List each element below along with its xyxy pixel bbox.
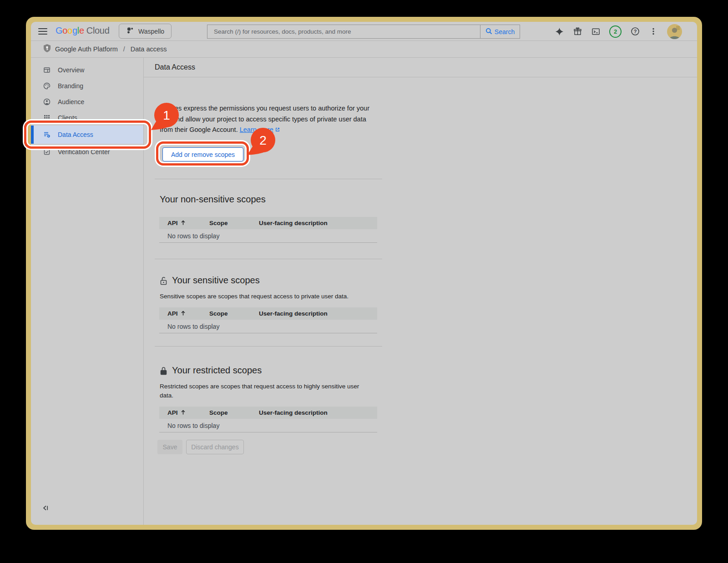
page-header: Data Access <box>144 58 697 77</box>
search-button-label: Search <box>495 28 515 35</box>
search-bar: Search <box>207 25 520 39</box>
top-app-bar: GoogleCloud Waspello Search 2 ? <box>31 22 697 41</box>
non-sensitive-scopes-title: Your non-sensitive scopes <box>160 194 266 205</box>
user-avatar[interactable] <box>667 24 682 39</box>
description-column-header[interactable]: User-facing description <box>259 409 377 416</box>
account-circle-icon <box>43 98 51 106</box>
table-header-row: API Scope User-facing description <box>159 217 377 229</box>
sidebar-item-clients[interactable]: Clients <box>31 110 143 126</box>
page-body: Scopes express the permissions you reque… <box>144 78 697 525</box>
section-divider <box>155 346 382 347</box>
lock-open-icon <box>160 276 168 286</box>
google-cloud-logo[interactable]: GoogleCloud <box>56 25 110 36</box>
sensitive-scopes-description: Sensitive scopes are scopes that request… <box>160 292 374 301</box>
no-rows-text: No rows to display <box>167 232 219 240</box>
header-label: User-facing description <box>259 409 328 416</box>
more-options-icon[interactable] <box>649 27 658 36</box>
sidebar-item-data-access[interactable]: Data Access <box>31 126 143 144</box>
header-label: User-facing description <box>259 220 328 226</box>
sidebar-item-label: Clients <box>58 114 77 121</box>
search-icon <box>485 28 492 36</box>
sidebar-item-verification-center[interactable]: Verification Center <box>31 144 143 160</box>
header-label: Scope <box>209 220 228 226</box>
overview-icon <box>43 66 51 74</box>
sensitive-scopes-title: Your sensitive scopes <box>160 275 260 286</box>
description-column-header[interactable]: User-facing description <box>259 310 377 317</box>
footer-actions: Save Discard changes <box>157 440 244 454</box>
sidebar-item-label: Verification Center <box>58 148 110 156</box>
gift-icon[interactable] <box>573 27 582 36</box>
logo-letter: e <box>79 25 84 35</box>
screenshot-stage: GoogleCloud Waspello Search 2 ? <box>0 0 728 563</box>
scope-column-header[interactable]: Scope <box>209 220 259 226</box>
restricted-scopes-description: Restricted scopes are scopes that reques… <box>160 382 367 400</box>
section-divider <box>155 259 382 259</box>
help-icon[interactable]: ? <box>631 27 640 36</box>
main-content: Data Access Scopes express the permissio… <box>144 58 697 525</box>
breadcrumb-separator: / <box>122 45 126 53</box>
api-column-header[interactable]: API <box>159 220 209 227</box>
header-label: Scope <box>209 310 228 317</box>
lock-icon <box>160 367 168 376</box>
empty-table-row: No rows to display <box>159 229 377 243</box>
project-icon <box>126 26 134 36</box>
sort-ascending-icon <box>181 220 186 227</box>
cloud-shell-icon[interactable] <box>591 27 600 36</box>
hamburger-menu-icon[interactable] <box>38 27 47 36</box>
section-divider <box>155 179 382 179</box>
verification-checkbox-icon <box>43 148 51 156</box>
header-label: Scope <box>209 409 228 416</box>
scope-column-header[interactable]: Scope <box>209 409 259 416</box>
sidebar-item-audience[interactable]: Audience <box>31 94 143 110</box>
svg-text:?: ? <box>634 29 637 34</box>
discard-changes-button[interactable]: Discard changes <box>186 440 244 454</box>
section-title-text: Your sensitive scopes <box>172 275 260 286</box>
gemini-spark-icon[interactable] <box>555 27 564 36</box>
collapse-sidebar-icon[interactable] <box>41 504 50 512</box>
breadcrumb-current: Data access <box>131 45 167 53</box>
table-header-row: API Scope User-facing description <box>159 407 377 419</box>
palette-icon <box>43 82 51 90</box>
sort-ascending-icon <box>181 409 186 417</box>
description-column-header[interactable]: User-facing description <box>259 220 377 226</box>
restricted-scopes-title: Your restricted scopes <box>160 365 262 376</box>
learn-more-link[interactable]: Learn more <box>240 126 280 133</box>
notifications-badge[interactable]: 2 <box>609 25 622 38</box>
sidebar-item-label: Data Access <box>58 131 93 138</box>
sort-ascending-icon <box>181 310 186 317</box>
search-button[interactable]: Search <box>480 25 520 39</box>
scope-column-header[interactable]: Scope <box>209 310 259 317</box>
table-header-row: API Scope User-facing description <box>159 307 377 320</box>
scopes-intro-text: Scopes express the permissions you reque… <box>160 103 375 136</box>
page-title: Data Access <box>155 63 195 71</box>
empty-table-row: No rows to display <box>159 320 377 333</box>
data-access-icon <box>43 131 51 138</box>
sidebar-item-label: Branding <box>58 82 83 90</box>
notification-count: 2 <box>614 28 617 35</box>
search-input[interactable] <box>207 25 480 39</box>
logo-letter: o <box>62 25 67 35</box>
project-name: Waspello <box>138 28 164 35</box>
breadcrumb: Google Auth Platform / Data access <box>31 41 697 58</box>
sidebar-item-label: Overview <box>58 66 84 74</box>
api-column-header[interactable]: API <box>159 310 209 317</box>
sidebar-item-label: Audience <box>58 98 84 106</box>
section-title-text: Your non-sensitive scopes <box>160 194 266 205</box>
api-column-header[interactable]: API <box>159 409 209 417</box>
non-sensitive-scopes-table: API Scope User-facing description No row… <box>159 217 377 243</box>
empty-table-row: No rows to display <box>159 419 377 432</box>
header-label: API <box>167 220 178 226</box>
header-label: API <box>167 310 178 317</box>
breadcrumb-root[interactable]: Google Auth Platform <box>55 45 118 53</box>
project-selector[interactable]: Waspello <box>119 24 172 39</box>
section-title-text: Your restricted scopes <box>172 365 262 376</box>
no-rows-text: No rows to display <box>167 422 219 429</box>
sidebar-item-overview[interactable]: Overview <box>31 62 143 78</box>
topbar-icon-group: 2 ? <box>555 22 682 41</box>
save-button[interactable]: Save <box>157 440 182 454</box>
logo-cloud-text: Cloud <box>86 25 110 35</box>
add-or-remove-scopes-button[interactable]: Add or remove scopes <box>162 147 243 161</box>
sidebar-item-branding[interactable]: Branding <box>31 78 143 94</box>
sensitive-scopes-table: API Scope User-facing description No row… <box>159 307 377 333</box>
header-label: API <box>167 409 178 416</box>
